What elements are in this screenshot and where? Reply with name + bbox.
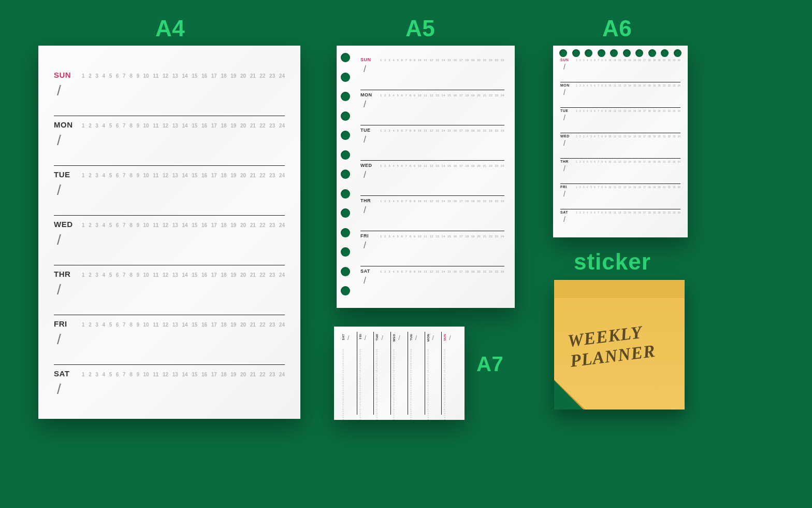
day-name: MON <box>427 334 430 342</box>
hole-icon <box>341 170 350 179</box>
day-col-thr: THR/123456789101112131415161718192021222… <box>373 332 390 415</box>
hole-icon <box>572 49 580 57</box>
label-sticker: sticker <box>574 249 651 275</box>
hour-scale: 123456789101112131415161718192021222324 <box>82 123 285 129</box>
day-row-sat: SAT1234567891011121314151617181920212223… <box>54 365 285 415</box>
hole-icon <box>341 286 350 295</box>
day-row-thr: THR1234567891011121314151617181920212223… <box>360 196 504 231</box>
hour-scale: 123456789101112131415161718192021222324 <box>380 270 504 273</box>
hole-icon <box>341 111 350 121</box>
day-name: SAT <box>342 334 345 340</box>
label-a7: A7 <box>476 352 503 376</box>
day-name: WED <box>54 220 77 229</box>
date-slash: / <box>563 139 680 147</box>
day-name: MON <box>360 92 375 97</box>
day-row-fri: FRI1234567891011121314151617181920212223… <box>360 231 504 266</box>
day-row-mon: MON1234567891011121314151617181920212223… <box>54 116 285 166</box>
day-row-fri: FRI1234567891011121314151617181920212223… <box>560 184 680 209</box>
page-curl-icon <box>554 379 585 410</box>
day-row-sun: SUN1234567891011121314151617181920212223… <box>360 55 504 90</box>
day-name: TUE <box>410 334 413 341</box>
date-slash: / <box>57 82 285 99</box>
hole-icon <box>341 150 350 160</box>
hole-icon <box>341 208 350 218</box>
hour-scale: 123456789101112131415161718192021222324 <box>359 348 361 420</box>
hour-scale: 123456789101112131415161718192021222324 <box>380 59 504 62</box>
hour-scale: 123456789101112131415161718192021222324 <box>82 372 285 377</box>
hole-icon <box>341 73 350 82</box>
date-slash: / <box>57 331 285 348</box>
day-row-sat: SAT1234567891011121314151617181920212223… <box>560 209 680 235</box>
day-name: FRI <box>360 233 375 238</box>
day-name: THR <box>375 334 379 341</box>
date-slash: / <box>364 64 504 75</box>
hour-scale: 123456789101112131415161718192021222324 <box>82 73 285 79</box>
hour-scale: 123456789101112131415161718192021222324 <box>380 164 504 167</box>
day-row-sat: SAT1234567891011121314151617181920212223… <box>360 266 504 302</box>
day-row-wed: WED1234567891011121314151617181920212223… <box>560 133 680 159</box>
hour-scale: 123456789101112131415161718192021222324 <box>82 322 285 328</box>
hour-scale: 123456789101112131415161718192021222324 <box>82 173 285 178</box>
day-name: WED <box>360 163 375 168</box>
hour-scale: 123456789101112131415161718192021222324 <box>82 222 285 228</box>
day-name: SAT <box>560 210 571 214</box>
hour-scale: 123456789101112131415161718192021222324 <box>380 200 504 203</box>
hour-scale: 123456789101112131415161718192021222324 <box>576 110 680 112</box>
day-row-sun: SUN1234567891011121314151617181920212223… <box>560 57 680 82</box>
day-col-wed: WED/123456789101112131415161718192021222… <box>390 332 408 415</box>
date-slash: / <box>365 334 366 342</box>
day-name: FRI <box>560 185 571 189</box>
hour-scale: 123456789101112131415161718192021222324 <box>576 59 680 62</box>
date-slash: / <box>563 114 680 122</box>
date-slash: / <box>449 334 451 342</box>
hole-icon <box>341 247 350 257</box>
day-row-mon: MON1234567891011121314151617181920212223… <box>560 82 680 108</box>
hour-scale: 123456789101112131415161718192021222324 <box>376 348 378 420</box>
hole-icon <box>559 49 567 57</box>
date-slash: / <box>563 164 680 173</box>
date-slash: / <box>57 132 285 149</box>
day-row-fri: FRI1234567891011121314151617181920212223… <box>54 315 285 365</box>
hour-scale: 123456789101112131415161718192021222324 <box>576 135 680 138</box>
hour-scale: 123456789101112131415161718192021222324 <box>380 94 504 97</box>
day-name: SUN <box>443 334 446 341</box>
hour-scale: 123456789101112131415161718192021222324 <box>393 348 395 420</box>
hole-icon <box>674 49 682 57</box>
date-slash: / <box>563 190 680 198</box>
hole-icon <box>341 189 350 199</box>
hole-icon <box>623 49 631 57</box>
day-name: MON <box>560 83 571 87</box>
day-name: WED <box>560 134 571 138</box>
hour-scale: 123456789101112131415161718192021222324 <box>380 235 504 238</box>
day-name: THR <box>54 270 77 278</box>
label-a4: A4 <box>155 16 185 41</box>
day-row-mon: MON1234567891011121314151617181920212223… <box>360 90 504 125</box>
day-name: TUE <box>360 128 375 133</box>
planner-a5: SUN1234567891011121314151617181920212223… <box>337 46 515 308</box>
date-slash: / <box>364 205 504 216</box>
day-row-thr: THR1234567891011121314151617181920212223… <box>560 159 680 184</box>
day-name: TUE <box>560 109 571 112</box>
hour-scale: 123456789101112131415161718192021222324 <box>410 348 412 420</box>
day-row-sun: SUN1234567891011121314151617181920212223… <box>54 66 285 116</box>
planner-a4: SUN1234567891011121314151617181920212223… <box>38 46 300 419</box>
day-name: FRI <box>359 334 362 340</box>
hole-icon <box>341 131 350 140</box>
date-slash: / <box>364 170 504 180</box>
hole-icon <box>341 267 350 276</box>
day-name: SUN <box>360 57 375 62</box>
date-slash: / <box>563 88 680 96</box>
hole-icon <box>648 49 656 57</box>
day-col-sun: SUN/123456789101112131415161718192021222… <box>441 332 458 415</box>
date-slash: / <box>364 275 504 286</box>
hour-scale: 123456789101112131415161718192021222324 <box>576 161 680 163</box>
hour-scale: 123456789101112131415161718192021222324 <box>576 211 680 214</box>
hole-icon <box>610 49 618 57</box>
planner-a6: SUN1234567891011121314151617181920212223… <box>553 46 688 237</box>
hole-icon <box>341 92 350 101</box>
day-name: WED <box>393 334 396 342</box>
date-slash: / <box>398 334 400 342</box>
day-row-tue: TUE1234567891011121314151617181920212223… <box>560 108 680 133</box>
date-slash: / <box>347 334 349 342</box>
date-slash: / <box>563 215 680 223</box>
